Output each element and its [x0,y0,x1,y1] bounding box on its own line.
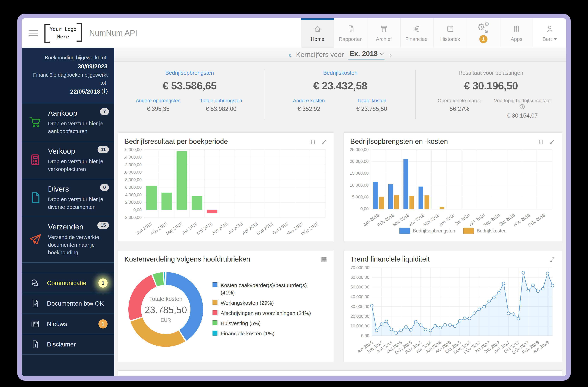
cart-icon [26,109,44,135]
chat-icon [30,278,41,288]
logo-line2: Here [50,33,77,40]
tab-instellingen[interactable]: ⚙⚙⚙1 [467,18,500,48]
donut-chart-kostenverdeling [124,268,207,351]
svg-text:4.000,00: 4.000,00 [125,193,142,197]
svg-text:Jul 2018: Jul 2018 [454,213,470,226]
kpi-title: Bedrijfskosten [277,70,403,76]
tab-label: Historiek [440,36,460,42]
period-selector[interactable]: Ex. 2018 [348,50,384,60]
legend-item-bedrijfsopbrengsten[interactable]: Bedrijfsopbrengsten [399,228,455,234]
sidebar-item-communicatie[interactable]: Communicatie1 [22,273,114,293]
updated-label-1: Boekhouding bijgewerkt tot: [29,54,107,62]
expand-icon[interactable] [549,256,555,263]
updated-label-2: Financiële dagboeken bijgewerkt tot: [29,71,107,87]
table-view-icon[interactable] [309,138,316,145]
hamburger-menu-icon[interactable] [29,30,38,36]
kpi-sub-value: € 23.785,50 [340,106,403,112]
app-title: NumNum API [89,28,137,38]
bar-chart-bedrijfsresultaat: -2.000,000,002.000,004.000,006.000,008.0… [124,147,327,236]
svg-text:0,00: 0,00 [133,207,142,212]
notification-badge: 1 [98,278,107,288]
news-icon [30,319,41,329]
kpi-resultaat-v-r-belastingen: Resultaat vóór belastingen€ 30.196,50Ope… [416,70,566,119]
tab-home[interactable]: Home [301,18,334,48]
kpi-row: Bedrijfsopbrengsten€ 53.586,65Andere opb… [114,62,566,125]
svg-text:10.000,00: 10.000,00 [350,324,369,328]
numnum-app: Your Logo Here NumNum API HomeRapportenA… [22,18,566,376]
sidebar-item-verkoop[interactable]: VerkoopDrop en verstuur hier je verkoopf… [22,141,114,179]
tab-apps[interactable]: Apps [500,18,533,48]
tab-label: Home [311,36,324,42]
kpi-sub-label: Totale opbrengsten [189,98,252,103]
kpi-title: Bedrijfsopbrengsten [127,70,252,76]
gears-icon: ⚙⚙⚙ [477,23,490,33]
sidebar-menu: Communicatie1Documenten btw OKNieuws1Dis… [22,273,114,355]
svg-text:Mai 2018: Mai 2018 [422,213,440,227]
euro-icon [413,24,421,34]
tab-label: Bert [543,36,552,42]
previous-period-button[interactable]: ‹ [289,50,292,59]
panel-title: Kostenverdeling volgens hoofdrubrieken [124,255,328,263]
kpi-value: € 23.432,58 [277,80,403,92]
legend-item[interactable]: Huisvesting (5%) [212,320,318,327]
drop-zone-title: Divers [48,185,106,193]
nav-tabs: HomeRapportenArchiefFinancieelHistoriek⚙… [301,18,566,48]
period-header: ‹ Kerncijfers voor Ex. 2018 › [114,48,566,62]
svg-text:60.000,00: 60.000,00 [350,275,369,280]
info-circle-icon[interactable]: ⓘ [102,88,107,95]
tab-label: Archief [376,36,392,42]
tab-archief[interactable]: Archief [367,18,400,48]
kpi-title: Resultaat vóór belastingen [428,70,554,76]
expand-icon[interactable] [549,138,555,145]
sidebar-item-documenten-btw-ok[interactable]: Documenten btw OK [22,293,114,314]
legend-swatch [212,282,217,287]
period-label: Kerncijfers voor [296,51,344,58]
legend-item[interactable]: Kosten zaakvoerder(s)/bestuurder(s) (41%… [212,282,318,296]
sidebar-item-disclaimer[interactable]: Disclaimer [22,334,114,355]
svg-text:8.000,00: 8.000,00 [125,177,142,182]
legend-item[interactable]: Afschrijvingen en voorzieningen (24%) [212,310,318,317]
legend-item[interactable]: Werkingskosten (29%) [212,299,318,307]
expand-icon[interactable] [321,138,327,145]
sidebar-divider [22,263,114,273]
count-badge: 0 [100,184,109,191]
panel-bedrijfsopbrengsten-en-kosten: Bedrijfsopbrengsten en -kosten 0,005.000… [344,132,562,242]
svg-text:Sep 2018: Sep 2018 [482,213,501,227]
kpi-sub-value: 56,27% [428,106,491,112]
kpi-sub-label: Andere kosten [277,98,340,103]
legend-item-bedrijfskosten[interactable]: Bedrijfskosten [463,228,507,234]
sidebar-drop-zones: AankoopDrop en verstuur hier je aankoopf… [22,103,114,263]
svg-text:Sep 2018: Sep 2018 [255,221,274,236]
legend-swatch [212,331,217,336]
app-window: Your Logo Here NumNum API HomeRapportenA… [17,14,571,381]
list-icon [446,24,455,34]
legend-label: Bedrijfsopbrengsten [413,228,455,234]
legend-label: Werkingskosten (29%) [221,299,274,307]
tab-historiek[interactable]: Historiek [434,18,467,48]
next-period-button[interactable]: › [389,50,392,59]
updated-date-2: 22/05/2018 [70,88,100,95]
svg-text:Jun 2018: Jun 2018 [438,213,455,227]
svg-text:16.000,00: 16.000,00 [124,147,142,152]
table-view-icon[interactable] [537,138,544,145]
sidebar-item-aankoop[interactable]: AankoopDrop en verstuur hier je aankoopf… [22,103,114,141]
chart-legend: BedrijfsopbrengstenBedrijfskosten [350,228,556,234]
tab-label: Apps [511,36,522,42]
svg-text:5.000,00: 5.000,00 [352,194,369,199]
svg-text:DÚc 2018: DÚc 2018 [527,213,546,227]
sidebar-item-divers[interactable]: DiversDrop en verstuur hier je diverse d… [22,179,114,217]
tab-label: Rapporten [339,36,363,42]
tab-financieel[interactable]: Financieel [400,18,434,48]
legend-item[interactable]: Financiele kosten (1%) [212,330,318,337]
legend-label: Huisvesting (5%) [221,320,261,327]
main-content: ‹ Kerncijfers voor Ex. 2018 › Bedrijfsop… [114,48,566,376]
svg-text:25.000,00: 25.000,00 [350,147,369,152]
sidebar-item-nieuws[interactable]: Nieuws1 [22,314,114,334]
tab-rapporten[interactable]: Rapporten [334,18,367,48]
svg-text:Jul 2018: Jul 2018 [227,221,243,235]
table-view-icon[interactable] [321,256,327,263]
svg-text:Avr 2018: Avr 2018 [408,213,425,227]
sidebar-item-verzenden[interactable]: VerzendenVerzend de verwerkte documenten… [22,217,114,263]
tab-user[interactable]: Bert [533,18,566,48]
panel-title: Trend financiële liquiditeit [350,255,556,263]
